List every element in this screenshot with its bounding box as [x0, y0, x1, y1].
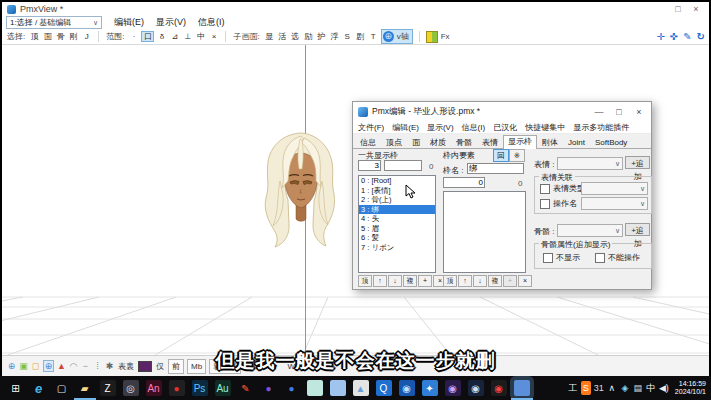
viewport-3d[interactable]: Pmx编辑 - 毕业人形设.pmx * —□× 文件(F)编辑(E)显示(V)信… [2, 45, 709, 355]
toolbar-button[interactable]: T [368, 31, 379, 42]
edit-icon[interactable]: ✎ [683, 31, 691, 42]
toolbar-button[interactable]: ⊿ [169, 31, 180, 42]
obs-icon[interactable]: ◎ [123, 380, 139, 396]
photos-icon[interactable]: ▲ [353, 380, 369, 396]
hide-checkbox[interactable] [543, 253, 553, 263]
toolbar-button[interactable]: 顶 [29, 31, 40, 42]
toolbar-button[interactable]: J [81, 31, 92, 42]
z-app-icon[interactable]: Z [100, 380, 116, 396]
move-top-button[interactable]: 顶 [358, 275, 372, 287]
display-frame-list[interactable]: 0 : [Root]1 : [表情]2 : 骨(上)3 : 绑4 : 头5 : … [358, 175, 436, 273]
dialog-menu-item[interactable]: 信息(I) [462, 122, 486, 133]
dialog-minimize-button[interactable]: — [589, 107, 609, 117]
explorer-icon[interactable]: ▰ [77, 380, 93, 396]
circle-app-icon[interactable]: ◉ [399, 380, 415, 396]
dialog-tab[interactable]: 信息 [355, 136, 381, 148]
maximize-button[interactable]: □ [670, 4, 686, 14]
toggle-frame-button[interactable]: 回 [493, 149, 509, 162]
animate-icon[interactable]: An [146, 380, 162, 396]
move-down-button[interactable]: ↓ [473, 275, 487, 287]
toolbar-button[interactable]: 显 [264, 31, 275, 42]
frame-list-item[interactable]: 3 : 绑 [359, 205, 435, 215]
pen-icon[interactable]: ✎ [238, 380, 254, 396]
dialog-tab[interactable]: 表情 [477, 136, 503, 148]
dialog-tab[interactable]: 材质 [425, 136, 451, 148]
record2-icon[interactable]: ◉ [491, 380, 507, 396]
operation-select[interactable] [581, 197, 648, 210]
audition-icon[interactable]: Au [215, 380, 231, 396]
ball-app-icon[interactable]: ◉ [445, 380, 461, 396]
toolbar-button[interactable]: 剧 [355, 31, 366, 42]
frame-list-item[interactable]: 1 : [表情] [359, 186, 435, 196]
tray-count[interactable]: 31 [594, 381, 604, 395]
rotate-icon[interactable]: ↻ [697, 31, 705, 42]
tray-text[interactable]: 工 [568, 381, 578, 395]
frame-list-item[interactable]: 7 : リボン [359, 243, 435, 253]
mode-select[interactable]: 1:选择 / 基础编辑 [6, 16, 102, 29]
move-top-button[interactable]: 顶 [443, 275, 457, 287]
toolbar-button[interactable]: 口 [141, 31, 154, 42]
pan-icon[interactable]: ✛ [656, 31, 664, 42]
toolbar-button[interactable]: × [208, 31, 219, 42]
toolbar-button[interactable]: 选 [290, 31, 301, 42]
dialog-menu-item[interactable]: 显示(V) [427, 122, 454, 133]
lock-checkbox[interactable] [595, 253, 605, 263]
avatar-teal-icon[interactable] [307, 380, 323, 396]
toggle-type-button[interactable]: ※ [509, 149, 525, 162]
dialog-menu-item[interactable]: 编辑(E) [392, 122, 419, 133]
photoshop-icon[interactable]: Ps [192, 380, 208, 396]
frame-list-item[interactable]: 0 : [Root] [359, 176, 435, 186]
dialog-maximize-button[interactable]: □ [609, 107, 629, 117]
menu-item[interactable]: 显示(V) [156, 16, 186, 29]
morph-type-select[interactable] [581, 182, 648, 195]
blue-app-icon[interactable]: ● [284, 380, 300, 396]
edge-icon[interactable]: e [31, 380, 47, 396]
frame-count-input[interactable] [358, 160, 381, 171]
defender-icon[interactable]: ◈ [620, 381, 630, 395]
taskbar-clock[interactable]: 14:16:59 2024/10/1 [675, 380, 706, 397]
toolbar-button[interactable]: 励 [303, 31, 314, 42]
frame-list-item[interactable]: 6 : 髪 [359, 233, 435, 243]
toolbar-button[interactable]: 浮 [329, 31, 340, 42]
toolbar-button[interactable]: δ [156, 31, 167, 42]
menu-item[interactable]: 信息(I) [198, 16, 225, 29]
toolbar-button[interactable]: 护 [316, 31, 327, 42]
purple-app-icon[interactable]: ● [261, 380, 277, 396]
delete-button[interactable]: × [518, 275, 532, 287]
volume-icon[interactable]: ◀) [659, 381, 669, 395]
move-up-button[interactable]: ↑ [458, 275, 472, 287]
morph-type-checkbox[interactable] [540, 184, 550, 194]
move-icon[interactable]: ✜ [670, 31, 678, 42]
dialog-menu-item[interactable]: 文件(F) [358, 122, 384, 133]
frame-list-item[interactable]: 2 : 骨(上) [359, 195, 435, 205]
toolbar-button[interactable]: S [342, 31, 353, 42]
add-button[interactable]: + [503, 275, 517, 287]
duplicate-button[interactable]: 複 [488, 275, 502, 287]
toolbar-button[interactable]: 面 [42, 31, 53, 42]
dialog-tab[interactable]: 骨骼 [451, 136, 477, 148]
dialog-menu-item[interactable]: 已汉化 [493, 122, 517, 133]
bone-add-button[interactable]: +追加 [625, 223, 650, 236]
character-head[interactable] [256, 131, 346, 249]
bird-app-icon[interactable]: ✦ [422, 380, 438, 396]
operation-checkbox[interactable] [540, 199, 550, 209]
move-down-button[interactable]: ↓ [388, 275, 402, 287]
ime-icon[interactable]: 中 [646, 381, 656, 395]
bone-select[interactable] [557, 224, 623, 237]
toolbar-button[interactable]: 骨 [55, 31, 66, 42]
tray-orange-icon[interactable]: S [581, 381, 591, 395]
globe-button[interactable]: ⊕ v轴 [381, 29, 413, 44]
toolbar-button[interactable]: 刚 [68, 31, 79, 42]
toolbar-button[interactable]: 活 [277, 31, 288, 42]
material-view-icon[interactable] [426, 31, 438, 43]
start-button[interactable]: ⊞ [8, 380, 24, 396]
morph-add-button[interactable]: +追加 [625, 156, 650, 169]
dialog-tab[interactable]: SoftBody [590, 136, 632, 148]
store-icon[interactable]: ▢ [54, 380, 70, 396]
frame-list-item[interactable]: 5 : 眉 [359, 224, 435, 234]
search-icon[interactable]: Q [376, 380, 392, 396]
toolbar-button[interactable]: 中 [195, 31, 206, 42]
keyboard-icon[interactable]: ▤ [633, 381, 643, 395]
toolbar-button[interactable]: · [128, 31, 139, 42]
record-icon[interactable]: ● [169, 380, 185, 396]
